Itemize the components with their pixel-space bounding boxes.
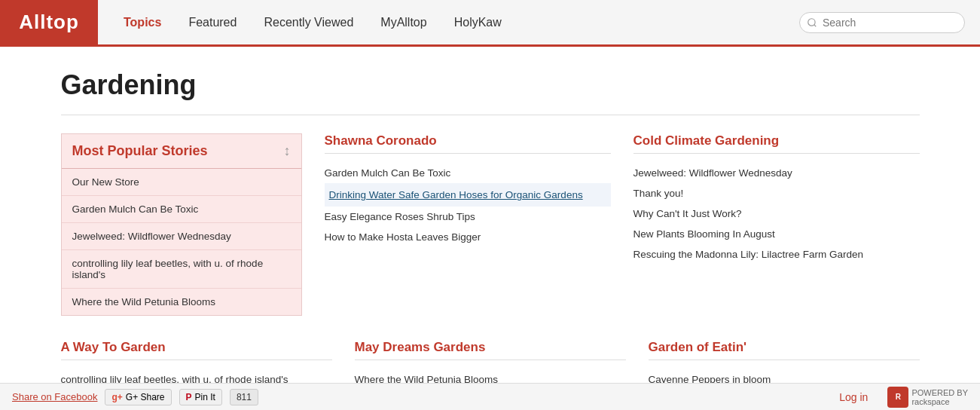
header: Alltop Topics Featured Recently Viewed M…: [0, 0, 980, 47]
page-divider: [61, 115, 920, 115]
shawna-section: Shawna Coronado Garden Mulch Can Be Toxi…: [325, 133, 611, 247]
pin-label: Pin It: [195, 392, 215, 402]
gplus-button[interactable]: g+ G+ Share: [105, 389, 171, 405]
pinterest-button[interactable]: P Pin It: [179, 389, 222, 405]
shawna-story-1[interactable]: Drinking Water Safe Garden Hoses for Org…: [325, 183, 611, 207]
popular-item[interactable]: Where the Wild Petunia Blooms: [62, 289, 301, 315]
share-facebook-link[interactable]: Share on Facebook: [12, 391, 97, 402]
nav-topics[interactable]: Topics: [110, 0, 175, 46]
popular-item[interactable]: Our New Store: [62, 169, 301, 196]
footer-bar: Share on Facebook g+ G+ Share P Pin It 8…: [0, 383, 980, 405]
cold-climate-title: Cold Climate Gardening: [633, 133, 920, 154]
main-content: Gardening Most Popular Stories ↕ Our New…: [46, 47, 935, 405]
popular-sort-icon[interactable]: ↕: [284, 143, 291, 159]
a-way-title: A Way To Garden: [61, 340, 332, 360]
shawna-story-0[interactable]: Garden Mulch Can Be Toxic: [325, 163, 611, 183]
login-link[interactable]: Log in: [839, 391, 868, 403]
nav-myalltop[interactable]: MyAlltop: [367, 0, 440, 46]
shawna-story-2[interactable]: Easy Elegance Roses Shrub Tips: [325, 207, 611, 227]
logo: Alltop: [19, 11, 79, 34]
pin-icon: P: [186, 392, 192, 402]
rackspace-text: POWERED BY rackspace: [911, 388, 968, 405]
popular-item[interactable]: controlling lily leaf beetles, with u. o…: [62, 250, 301, 289]
nav-featured[interactable]: Featured: [175, 0, 250, 46]
popular-stories-box: Most Popular Stories ↕ Our New Store Gar…: [61, 133, 302, 316]
popular-title: Most Popular Stories: [72, 143, 208, 159]
cold-climate-story-0[interactable]: Jewelweed: Wildflower Wednesday: [633, 163, 920, 183]
garden-eatin-title: Garden of Eatin': [649, 340, 920, 360]
nav-holykaw[interactable]: HolyKaw: [441, 0, 515, 46]
cold-climate-section: Cold Climate Gardening Jewelweed: Wildfl…: [633, 133, 920, 265]
may-dreams-title: May Dreams Gardens: [355, 340, 626, 360]
nav: Topics Featured Recently Viewed MyAlltop…: [98, 0, 799, 46]
page-title: Gardening: [61, 69, 920, 101]
shawna-story-3[interactable]: How to Make Hosta Leaves Bigger: [325, 227, 611, 247]
nav-recently-viewed[interactable]: Recently Viewed: [250, 0, 367, 46]
search-input[interactable]: [799, 12, 965, 33]
rackspace-icon: R: [887, 387, 908, 405]
gplus-icon: g+: [111, 392, 122, 402]
logo-box[interactable]: Alltop: [0, 0, 98, 46]
popular-item[interactable]: Garden Mulch Can Be Toxic: [62, 196, 301, 223]
popular-header: Most Popular Stories ↕: [62, 134, 301, 169]
rackspace-logo: R POWERED BY rackspace: [887, 387, 968, 405]
cold-climate-story-2[interactable]: Why Can't It Just Work?: [633, 203, 920, 224]
search-box: [799, 12, 965, 33]
content-grid: Most Popular Stories ↕ Our New Store Gar…: [61, 133, 920, 316]
cold-climate-story-4[interactable]: Rescuing the Madonna Lily: Lilactree Far…: [633, 244, 920, 265]
share-count: 811: [230, 389, 258, 405]
shawna-title: Shawna Coronado: [325, 133, 611, 154]
cold-climate-story-3[interactable]: New Plants Blooming In August: [633, 224, 920, 244]
cold-climate-story-1[interactable]: Thank you!: [633, 183, 920, 203]
gplus-label: G+ Share: [126, 392, 165, 402]
popular-item[interactable]: Jewelweed: Wildflower Wednesday: [62, 223, 301, 250]
